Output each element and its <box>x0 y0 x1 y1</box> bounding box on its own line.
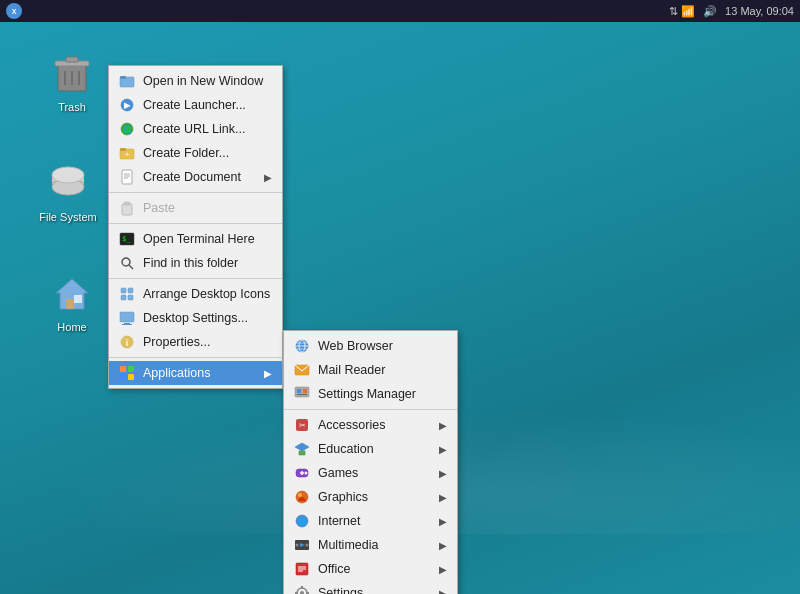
trash-label: Trash <box>58 101 86 113</box>
internet-icon: 🌐 <box>294 513 310 529</box>
svg-text:▶: ▶ <box>124 101 131 110</box>
desktop-icon-home[interactable]: Home <box>32 265 112 337</box>
menu-item-paste: Paste <box>109 196 282 220</box>
svg-text:X: X <box>12 8 17 15</box>
svg-point-72 <box>296 544 299 547</box>
separator-3 <box>109 278 282 279</box>
taskbar-left: X <box>6 3 22 19</box>
create-document-arrow-icon: ▶ <box>264 172 272 183</box>
svg-rect-55 <box>297 389 301 393</box>
menu-item-open-new-window[interactable]: Open in New Window <box>109 69 282 93</box>
svg-point-65 <box>305 472 308 475</box>
svg-rect-41 <box>122 324 132 325</box>
submenu-item-settings[interactable]: Settings ▶ <box>284 581 457 594</box>
submenu-item-graphics[interactable]: Graphics ▶ <box>284 485 457 509</box>
submenu-item-accessories[interactable]: ✂ Accessories ▶ <box>284 413 457 437</box>
terminal-icon: $_ <box>119 231 135 247</box>
submenu-item-internet[interactable]: 🌐 Internet ▶ <box>284 509 457 533</box>
settings-arrow-icon: ▶ <box>439 588 447 595</box>
svg-rect-57 <box>297 394 307 395</box>
svg-rect-38 <box>128 295 133 300</box>
trash-icon-img <box>48 49 96 97</box>
menu-item-create-document[interactable]: Create Document ▶ <box>109 165 282 189</box>
submenu-internet-label: Internet <box>318 514 360 528</box>
submenu-item-settings-manager[interactable]: Settings Manager <box>284 382 457 406</box>
desktop-icon-trash[interactable]: Trash <box>32 45 112 117</box>
menu-item-find-folder[interactable]: Find in this folder <box>109 251 282 275</box>
submenu-settings-manager-label: Settings Manager <box>318 387 416 401</box>
submenu-accessories-label: Accessories <box>318 418 385 432</box>
games-icon <box>294 465 310 481</box>
separator-1 <box>109 192 282 193</box>
education-arrow-icon: ▶ <box>439 444 447 455</box>
submenu-mail-reader-label: Mail Reader <box>318 363 385 377</box>
menu-item-properties[interactable]: i Properties... <box>109 330 282 354</box>
menu-paste-label: Paste <box>143 201 175 215</box>
svg-rect-47 <box>128 374 134 380</box>
submenu-web-browser-label: Web Browser <box>318 339 393 353</box>
svg-point-67 <box>298 493 302 497</box>
svg-text:i: i <box>126 338 129 348</box>
desktop-settings-icon <box>119 310 135 326</box>
datetime-display: 13 May, 09:04 <box>725 5 794 17</box>
svg-rect-80 <box>301 586 303 589</box>
office-arrow-icon: ▶ <box>439 564 447 575</box>
svg-rect-25 <box>122 170 132 184</box>
accessories-icon: ✂ <box>294 417 310 433</box>
svg-point-33 <box>122 258 130 266</box>
folder-icon <box>119 73 135 89</box>
apps-sep-1 <box>284 409 457 410</box>
office-icon <box>294 561 310 577</box>
submenu-item-web-browser[interactable]: Web Browser <box>284 334 457 358</box>
svg-rect-61 <box>299 451 305 455</box>
submenu-item-multimedia[interactable]: Multimedia ▶ <box>284 533 457 557</box>
menu-item-desktop-settings[interactable]: Desktop Settings... <box>109 306 282 330</box>
apps-icon <box>119 365 135 381</box>
education-icon <box>294 441 310 457</box>
volume-icon: 🔊 <box>703 5 717 18</box>
submenu-education-label: Education <box>318 442 374 456</box>
arrange-icon <box>119 286 135 302</box>
svg-rect-46 <box>120 374 126 380</box>
svg-point-12 <box>52 167 84 183</box>
submenu-settings-label: Settings <box>318 586 363 594</box>
svg-text:✂: ✂ <box>299 421 306 430</box>
xfce-logo-icon[interactable]: X <box>6 3 22 19</box>
apps-submenu: Web Browser Mail Reader Se <box>283 330 458 594</box>
desktop-icon-filesystem[interactable]: File System <box>28 155 108 227</box>
separator-2 <box>109 223 282 224</box>
menu-item-arrange-icons[interactable]: Arrange Desktop Icons <box>109 282 282 306</box>
settings2-icon <box>294 585 310 594</box>
doc-icon <box>119 169 135 185</box>
svg-rect-4 <box>66 57 78 62</box>
menu-find-folder-label: Find in this folder <box>143 256 238 270</box>
menu-create-launcher-label: Create Launcher... <box>143 98 246 112</box>
svg-rect-36 <box>128 288 133 293</box>
desktop: X ⇅ 📶 🔊 13 May, 09:04 Trash <box>0 0 800 594</box>
url-icon: 🌐 <box>119 121 135 137</box>
svg-rect-30 <box>124 202 130 205</box>
submenu-item-office[interactable]: Office ▶ <box>284 557 457 581</box>
menu-create-document-label: Create Document <box>143 170 241 184</box>
submenu-item-mail-reader[interactable]: Mail Reader <box>284 358 457 382</box>
find-icon <box>119 255 135 271</box>
svg-rect-44 <box>120 366 126 372</box>
menu-item-create-folder[interactable]: + Create Folder... <box>109 141 282 165</box>
menu-item-create-url-link[interactable]: 🌐 Create URL Link... <box>109 117 282 141</box>
menu-item-open-terminal[interactable]: $_ Open Terminal Here <box>109 227 282 251</box>
menu-desktop-settings-label: Desktop Settings... <box>143 311 248 325</box>
menu-item-create-launcher[interactable]: ▶ Create Launcher... <box>109 93 282 117</box>
menu-properties-label: Properties... <box>143 335 210 349</box>
submenu-item-games[interactable]: Games ▶ <box>284 461 457 485</box>
menu-arrange-icons-label: Arrange Desktop Icons <box>143 287 270 301</box>
paste-icon <box>119 200 135 216</box>
menu-item-applications[interactable]: Applications ▶ <box>109 361 282 385</box>
menu-open-new-window-label: Open in New Window <box>143 74 263 88</box>
internet-arrow-icon: ▶ <box>439 516 447 527</box>
submenu-multimedia-label: Multimedia <box>318 538 378 552</box>
svg-text:+: + <box>125 150 130 159</box>
submenu-item-education[interactable]: Education ▶ <box>284 437 457 461</box>
applications-arrow-icon: ▶ <box>264 368 272 379</box>
context-menu: Open in New Window ▶ Create Launcher... … <box>108 65 283 389</box>
svg-rect-35 <box>121 288 126 293</box>
